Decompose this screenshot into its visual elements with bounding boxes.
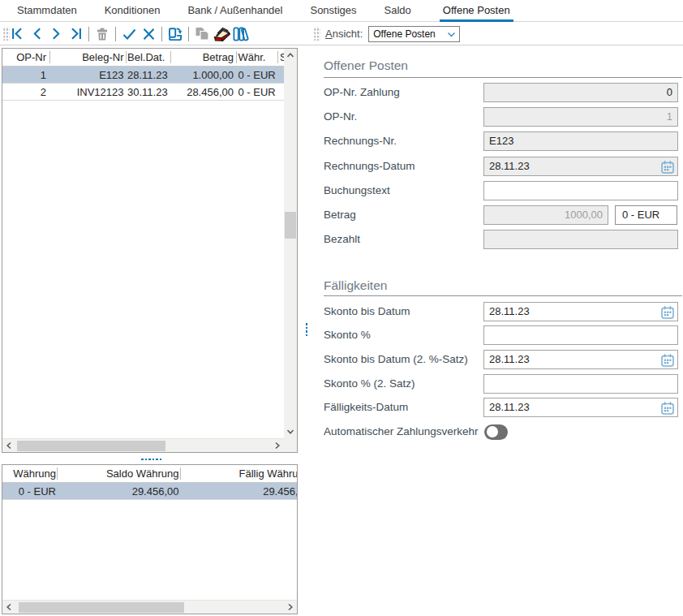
tab-bank-au-enhandel[interactable]: Bank / Außenhandel: [184, 0, 286, 22]
field-input-op-nr[interactable]: 1: [483, 107, 678, 127]
horizontal-scrollbar[interactable]: [2, 600, 297, 614]
cancel-button[interactable]: [139, 24, 158, 44]
scroll-right-button[interactable]: [271, 439, 284, 452]
splitter-dot: [156, 459, 158, 461]
splitter-dot: [145, 459, 148, 461]
table-cell: 29.456,00: [180, 483, 298, 499]
view-select-value: Offene Posten: [373, 28, 436, 40]
field-label-bezahlt: Bezahlt: [324, 230, 360, 249]
copy-icon: [194, 27, 210, 41]
chevron-left-icon: [5, 603, 13, 611]
previous-record-button[interactable]: [27, 24, 46, 44]
first-record-button[interactable]: [7, 24, 27, 44]
field-input-skonto-bis-datum-2-satz[interactable]: 28.11.23: [483, 350, 678, 369]
scroll-up-button[interactable]: [284, 49, 297, 62]
splitter-dot: [152, 459, 155, 461]
field-label-betrag: Betrag: [324, 205, 356, 225]
field-value: 1000,00: [565, 209, 603, 221]
field-input-skonto-2-satz[interactable]: [483, 374, 678, 394]
scroll-left-button[interactable]: [2, 601, 15, 614]
reports-button[interactable]: [231, 24, 251, 44]
tab-saldo[interactable]: Saldo: [381, 0, 415, 22]
field-input-skonto-bis-datum[interactable]: 28.11.23: [483, 302, 678, 321]
field-input-rechnungs-datum[interactable]: 28.11.23: [483, 157, 678, 176]
field-label-f-lligkeits-datum: Fälligkeits-Datum: [324, 398, 408, 417]
delete-icon: [97, 28, 108, 41]
horizontal-splitter-handle[interactable]: [141, 456, 165, 463]
field-label-op-nr-zahlung: OP-Nr. Zahlung: [324, 83, 400, 102]
chevron-right-icon: [286, 603, 294, 611]
last-record-icon: [70, 28, 82, 40]
column-header-1[interactable]: Beleg-Nr: [49, 49, 126, 66]
scroll-left-button[interactable]: [2, 439, 15, 452]
detail-form: Offener PostenOP-Nr. Zahlung0OP-Nr.1Rech…: [322, 45, 683, 616]
field-input-f-lligkeits-datum[interactable]: 28.11.23: [483, 398, 678, 417]
card-index-button[interactable]: [212, 24, 231, 44]
toolbar-separator: [161, 27, 162, 41]
open-items-row[interactable]: 1E12328.11.231.000,000 - EUR: [2, 67, 284, 84]
field-input-betrag[interactable]: 1000,00: [483, 205, 608, 225]
field-input-rechnungs-nr[interactable]: E123: [483, 131, 678, 151]
field-label-skonto-2-satz: Skonto % (2. Satz): [324, 374, 415, 394]
calendar-icon[interactable]: [660, 305, 675, 325]
toolbar-separator: [88, 27, 89, 41]
calendar-icon[interactable]: [660, 160, 675, 180]
copy-button[interactable]: [192, 24, 212, 44]
toolbar-separator: [115, 27, 116, 41]
table-cell: 0 - EUR: [2, 483, 57, 499]
vertical-scrollbar[interactable]: [284, 49, 297, 438]
toolbar-grip[interactable]: [2, 27, 10, 41]
field-input-skonto[interactable]: [483, 325, 678, 345]
tab-offene-posten[interactable]: Offene Posten: [440, 0, 513, 22]
column-header-0[interactable]: Währung: [2, 465, 57, 482]
tab-bar: StammdatenKonditionenBank / AußenhandelS…: [0, 0, 683, 22]
field-input-bezahlt[interactable]: [483, 230, 678, 249]
column-header-2[interactable]: Fällig Währung: [180, 465, 298, 482]
toolbar-separator: [188, 27, 189, 41]
tab-stammdaten[interactable]: Stammdaten: [14, 0, 80, 22]
view-select[interactable]: Offene Posten: [368, 26, 460, 42]
saldo-table: WährungSaldo WährungFällig Währung0 - EU…: [2, 464, 298, 614]
currency-select-betrag[interactable]: 0 - EUR: [615, 205, 677, 225]
calendar-icon[interactable]: [660, 401, 675, 421]
open-items-table: OP-NrBeleg-NrBel.Dat.BetragWähr.S1E12328…: [2, 48, 298, 453]
table-cell: 0 - EUR: [236, 84, 277, 100]
scroll-down-button[interactable]: [284, 425, 297, 438]
horizontal-scrollbar-thumb[interactable]: [17, 441, 165, 451]
view-label: Ansicht:: [325, 28, 363, 40]
horizontal-scrollbar[interactable]: [2, 438, 284, 452]
view-toolbar-grip[interactable]: [313, 27, 320, 41]
scroll-right-button[interactable]: [284, 601, 297, 614]
column-header-2[interactable]: Bel.Dat.: [126, 49, 171, 66]
tab-sonstiges[interactable]: Sonstiges: [307, 0, 359, 22]
toolbar: Ansicht: Offene Posten: [0, 23, 683, 45]
confirm-button[interactable]: [119, 24, 139, 44]
open-items-header: OP-NrBeleg-NrBel.Dat.BetragWähr.S: [2, 49, 284, 67]
delete-button[interactable]: [92, 24, 112, 44]
field-label-skonto-bis-datum-2-satz: Skonto bis Datum (2. %-Satz): [324, 350, 468, 369]
post-payment-icon: [168, 27, 183, 41]
column-header-0[interactable]: OP-Nr: [2, 49, 49, 66]
last-record-button[interactable]: [66, 24, 85, 44]
post-payment-button[interactable]: [165, 24, 185, 44]
vertical-splitter-handle[interactable]: [303, 323, 310, 347]
horizontal-scrollbar-thumb[interactable]: [19, 602, 184, 613]
column-header-1[interactable]: Saldo Währung: [57, 465, 180, 482]
column-header-4[interactable]: Währ.: [236, 49, 277, 66]
next-record-button[interactable]: [46, 24, 66, 44]
tab-konditionen[interactable]: Konditionen: [101, 0, 164, 22]
column-header-3[interactable]: Betrag: [170, 49, 236, 66]
field-input-op-nr-zahlung[interactable]: 0: [483, 83, 678, 102]
section-rule: [324, 295, 682, 296]
scrollbar-corner: [284, 438, 297, 452]
field-label-rechnungs-nr: Rechnungs-Nr.: [324, 131, 397, 151]
splitter-dot: [306, 334, 308, 337]
toggle-knob: [487, 426, 498, 437]
toggle-automatischer-zahlungsverkehr[interactable]: [484, 424, 508, 440]
field-input-buchungstext[interactable]: [483, 181, 678, 200]
open-items-row[interactable]: 2INV1212330.11.2328.456,000 - EUR: [2, 84, 284, 101]
chevron-down-icon: [447, 30, 456, 39]
saldo-row[interactable]: 0 - EUR29.456,0029.456,00: [2, 483, 297, 500]
vertical-scrollbar-thumb[interactable]: [285, 212, 296, 239]
calendar-icon[interactable]: [660, 353, 675, 373]
